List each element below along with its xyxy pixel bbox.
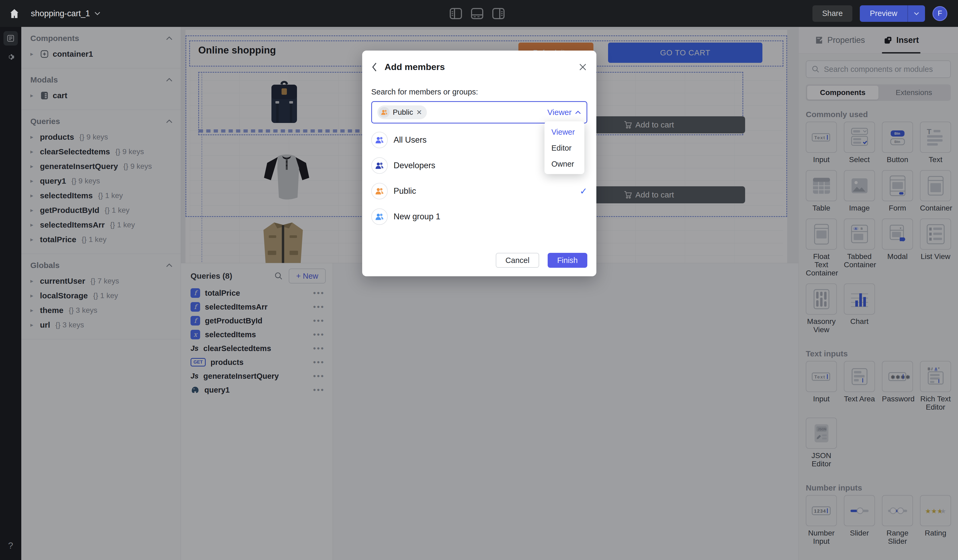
user-avatar[interactable]: F bbox=[933, 6, 947, 21]
bottom-panel-toggle-icon[interactable] bbox=[471, 8, 483, 19]
preview-dropdown-button[interactable] bbox=[907, 5, 925, 22]
back-icon[interactable] bbox=[371, 62, 377, 72]
group-avatar bbox=[371, 183, 388, 199]
chevron-down-icon bbox=[914, 12, 919, 16]
people-icon bbox=[375, 213, 384, 221]
role-dropdown-menu: ViewerEditorOwner bbox=[544, 121, 584, 174]
chevron-down-icon bbox=[94, 11, 101, 16]
people-icon bbox=[381, 109, 388, 116]
home-icon[interactable] bbox=[8, 7, 21, 21]
selected-group-chip: Public ✕ bbox=[377, 105, 427, 119]
group-name: Public bbox=[393, 186, 574, 196]
group-name: New group 1 bbox=[393, 212, 587, 221]
layout-toggles bbox=[450, 0, 504, 27]
members-search-input[interactable]: Public ✕ Viewer bbox=[371, 101, 587, 124]
role-option-editor[interactable]: Editor bbox=[544, 140, 584, 156]
chip-remove-icon[interactable]: ✕ bbox=[416, 108, 422, 117]
topbar: shopping-cart_1 Share Preview F bbox=[0, 0, 958, 27]
group-avatar bbox=[371, 132, 388, 148]
role-option-owner[interactable]: Owner bbox=[544, 156, 584, 172]
role-option-viewer[interactable]: Viewer bbox=[544, 124, 584, 140]
people-icon bbox=[375, 136, 384, 144]
group-avatar bbox=[371, 157, 388, 174]
left-panel-toggle-icon[interactable] bbox=[450, 8, 462, 19]
cancel-button[interactable]: Cancel bbox=[496, 253, 539, 268]
app-name: shopping-cart_1 bbox=[31, 9, 90, 18]
chip-label: Public bbox=[393, 108, 413, 117]
group-row-new-group-1[interactable]: New group 1 bbox=[371, 204, 587, 229]
chevron-up-icon bbox=[575, 111, 581, 114]
role-select[interactable]: Viewer bbox=[547, 108, 581, 117]
share-button[interactable]: Share bbox=[812, 5, 852, 22]
right-panel-toggle-icon[interactable] bbox=[492, 8, 504, 19]
close-icon[interactable] bbox=[578, 63, 587, 71]
modal-title: Add members bbox=[384, 62, 578, 72]
people-icon bbox=[375, 162, 384, 170]
group-avatar bbox=[379, 107, 390, 117]
app-name-menu[interactable]: shopping-cart_1 bbox=[31, 9, 101, 18]
group-row-public[interactable]: Public✓ bbox=[371, 178, 587, 204]
check-icon: ✓ bbox=[580, 186, 588, 197]
group-avatar bbox=[371, 208, 388, 225]
preview-button[interactable]: Preview bbox=[860, 5, 907, 22]
finish-button[interactable]: Finish bbox=[548, 253, 587, 268]
people-icon bbox=[375, 187, 384, 195]
search-members-label: Search for members or groups: bbox=[371, 87, 587, 96]
